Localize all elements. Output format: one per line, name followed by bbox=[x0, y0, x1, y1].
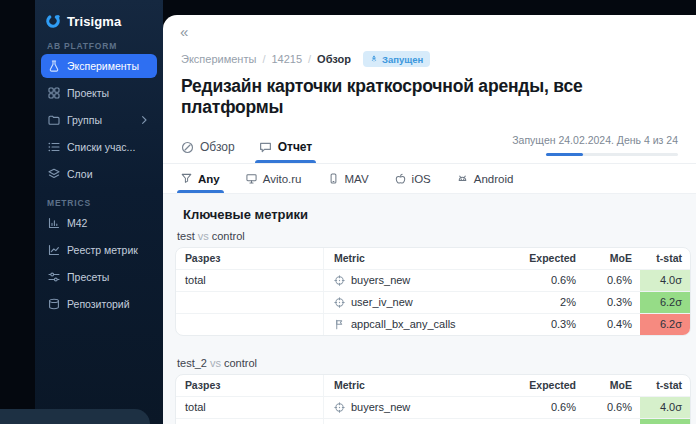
comparison-test: test bbox=[177, 230, 195, 242]
comparison-test: test_2 bbox=[177, 357, 207, 369]
metric-cell[interactable]: buyers_new bbox=[324, 270, 506, 291]
metrics-table: Разрез Metric Expected MoE t-stat total … bbox=[175, 247, 691, 336]
app-window: Trisigma AB PLATFORM Эксперименты Проект… bbox=[0, 0, 696, 424]
sidebar-item-label: Группы bbox=[67, 114, 102, 126]
comparison-label: testvscontrol bbox=[177, 230, 696, 242]
column-header: Metric bbox=[324, 375, 506, 396]
filter-avito-ru[interactable]: Avito.ru bbox=[246, 164, 302, 193]
collapse-sidebar-button[interactable]: « bbox=[180, 24, 198, 39]
apple-icon bbox=[395, 173, 406, 184]
sidebar-item-presets[interactable]: Пресеты bbox=[41, 265, 157, 289]
sidebar: Trisigma AB PLATFORM Эксперименты Проект… bbox=[35, 0, 163, 424]
slice-cell bbox=[176, 292, 324, 313]
report-icon bbox=[259, 141, 272, 154]
metric-name: user_iv_new bbox=[351, 419, 413, 424]
sidebar-section-label: METRICS bbox=[47, 198, 163, 208]
filter-mav[interactable]: MAV bbox=[328, 164, 369, 193]
flag-icon bbox=[334, 319, 345, 330]
breadcrumb-item: Обзор bbox=[317, 53, 351, 65]
trisigma-logo-icon bbox=[45, 13, 61, 29]
registry-icon bbox=[48, 244, 60, 256]
t-stat-cell: 6.2σ bbox=[640, 314, 690, 335]
sidebar-item-layers[interactable]: Слои bbox=[41, 162, 157, 186]
overview-icon bbox=[181, 141, 194, 154]
filter-ios[interactable]: iOS bbox=[395, 164, 431, 193]
metric-cell[interactable]: appcall_bx_any_calls bbox=[324, 314, 506, 335]
experiment-progress-bar bbox=[546, 153, 678, 156]
report-body: Ключевые метрики testvscontrol Разрез Me… bbox=[163, 194, 696, 424]
key-metrics-title: Ключевые метрики bbox=[183, 207, 696, 222]
status-badge-label: Запущен bbox=[382, 54, 423, 65]
layers-icon bbox=[48, 168, 60, 180]
metric-cell[interactable]: user_iv_new bbox=[324, 419, 506, 424]
phone-icon bbox=[328, 173, 339, 184]
platform-filters: Any Avito.ru MAV iOS Android bbox=[163, 164, 696, 194]
metric-name: appcall_bx_any_calls bbox=[351, 314, 456, 335]
filter-any[interactable]: Any bbox=[181, 164, 220, 193]
sidebar-item-label: Эксперименты bbox=[67, 60, 139, 72]
metric-cell[interactable]: user_iv_new bbox=[324, 292, 506, 313]
rocket-icon bbox=[370, 55, 378, 63]
metrics-table: Разрез Metric Expected MoE t-stat total … bbox=[175, 374, 691, 424]
column-header: MoE bbox=[584, 375, 640, 396]
breadcrumb-separator: / bbox=[308, 53, 311, 65]
sidebar-item-m42[interactable]: M42 bbox=[41, 211, 157, 235]
filter-label: Avito.ru bbox=[263, 173, 302, 185]
column-header: Expected bbox=[506, 248, 584, 269]
moe-cell: 0.3% bbox=[584, 419, 640, 424]
logo-text: Trisigma bbox=[67, 14, 121, 29]
target-icon bbox=[334, 297, 345, 308]
sidebar-item-groups[interactable]: Группы bbox=[41, 108, 157, 132]
chart-icon bbox=[48, 217, 60, 229]
sidebar-item-label: Проекты bbox=[67, 87, 109, 99]
sidebar-item-projects[interactable]: Проекты bbox=[41, 81, 157, 105]
filter-android[interactable]: Android bbox=[457, 164, 514, 193]
column-header: t-stat bbox=[640, 375, 690, 396]
breadcrumb-item[interactable]: Эксперименты bbox=[181, 53, 256, 65]
sidebar-item-participant-lists[interactable]: Списки учас... bbox=[41, 135, 157, 159]
list-icon bbox=[48, 141, 60, 153]
app-logo[interactable]: Trisigma bbox=[35, 13, 163, 29]
tabs-row: Обзор Отчет Запущен 24.02.2024. День 4 и… bbox=[163, 130, 696, 164]
sidebar-section-label: AB PLATFORM bbox=[47, 41, 163, 51]
comparison-vs: vs bbox=[210, 357, 221, 369]
comparison-control: control bbox=[224, 357, 257, 369]
breadcrumb-item[interactable]: 14215 bbox=[271, 53, 302, 65]
metric-cell[interactable]: buyers_new bbox=[324, 397, 506, 418]
moe-cell: 0.6% bbox=[584, 397, 640, 418]
table-row[interactable]: appcall_bx_any_calls 0.3% 0.4% 6.2σ bbox=[176, 313, 690, 335]
column-header: t-stat bbox=[640, 248, 690, 269]
run-status: Запущен 24.02.2024. День 4 из 24 bbox=[512, 130, 678, 163]
run-status-text: Запущен 24.02.2024. День 4 из 24 bbox=[512, 134, 678, 146]
t-stat-cell: 6.2σ bbox=[640, 292, 690, 313]
target-icon bbox=[334, 275, 345, 286]
sidebar-footer-panel bbox=[0, 409, 150, 424]
breadcrumb: Эксперименты/14215/Обзор Запущен bbox=[181, 51, 696, 67]
table-row[interactable]: user_iv_new 2% 0.3% 6.2σ bbox=[176, 418, 690, 424]
comparison-vs: vs bbox=[198, 230, 209, 242]
table-row[interactable]: total buyers_new 0.6% 0.6% 4.0σ bbox=[176, 396, 690, 418]
moe-cell: 0.6% bbox=[584, 270, 640, 291]
slice-cell: total bbox=[176, 270, 324, 291]
expected-cell: 0.6% bbox=[506, 270, 584, 291]
tab-label: Отчет bbox=[278, 140, 313, 154]
column-header: Разрез bbox=[176, 248, 324, 269]
slice-cell bbox=[176, 314, 324, 335]
sidebar-item-metrics-registry[interactable]: Реестр метрик bbox=[41, 238, 157, 262]
expected-cell: 0.6% bbox=[506, 397, 584, 418]
android-icon bbox=[457, 173, 468, 184]
tab-report[interactable]: Отчет bbox=[259, 140, 313, 163]
tab-overview[interactable]: Обзор bbox=[181, 140, 235, 163]
expected-cell: 0.3% bbox=[506, 314, 584, 335]
table-row[interactable]: total buyers_new 0.6% 0.6% 4.0σ bbox=[176, 269, 690, 291]
table-row[interactable]: user_iv_new 2% 0.3% 6.2σ bbox=[176, 291, 690, 313]
slice-cell bbox=[176, 419, 324, 424]
sidebar-item-repository[interactable]: Репозиторий bbox=[41, 292, 157, 316]
comparison-control: control bbox=[212, 230, 245, 242]
sidebar-item-experiments[interactable]: Эксперименты bbox=[41, 54, 157, 78]
target-icon bbox=[334, 402, 345, 413]
breadcrumb-separator: / bbox=[262, 53, 265, 65]
column-header: Expected bbox=[506, 375, 584, 396]
sidebar-item-label: Реестр метрик bbox=[67, 244, 138, 256]
filter-label: Any bbox=[198, 173, 220, 185]
